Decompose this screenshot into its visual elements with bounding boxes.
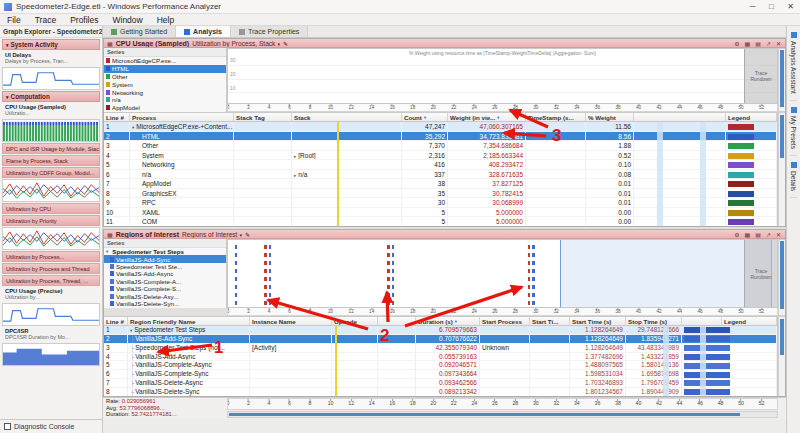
horizontal-scrollbar[interactable]	[227, 411, 778, 418]
explorer-graph-utilization-by-process-thread[interactable]: Utilization by Process, Thread, ...	[2, 275, 100, 286]
column-instance-name[interactable]: Instance Name	[250, 317, 332, 325]
graph-view-icon[interactable]: ▦	[744, 231, 752, 238]
explorer-thumbnail[interactable]	[2, 119, 100, 142]
column-duration-s[interactable]: Duration (s)▼	[416, 317, 480, 325]
right-tab-details[interactable]: Details	[790, 156, 797, 198]
series-other[interactable]: Other	[104, 73, 226, 81]
series-n-a[interactable]: n/a	[104, 96, 226, 104]
explorer-graph-ui-delays[interactable]: UI DelaysDelays by Process, Tran...	[2, 51, 100, 66]
cpu-preset-dropdown[interactable]: Utilization by Process, Stack▾	[192, 40, 280, 47]
cpu-table-row-6[interactable]: 6n/a▸n/a337328.6716350.08	[104, 170, 777, 180]
cpu-panel-header[interactable]: ▦ CPU Usage (Sampled) Utilization by Pro…	[103, 38, 786, 48]
graph-explorer-title-bar[interactable]: Graph Explorer - Speedometer2...	[0, 26, 102, 38]
roi-table-row-8[interactable]: 8├VanillaJS-Delete-Sync0.0892133421.8012…	[104, 388, 777, 397]
roi-table-row-4[interactable]: 4├VanillaJS-Add-Async0.0557391631.377482…	[104, 353, 777, 362]
tab-analysis[interactable]: Analysis	[176, 26, 231, 37]
series-vanillajs-add-async[interactable]: VanillaJS-Add-Async	[104, 270, 226, 277]
column-blank[interactable]	[682, 317, 722, 325]
series-microsoftedgecp-exe[interactable]: MicrosoftEdgeCP.exe...	[104, 57, 226, 65]
column-timestamp-s[interactable]: TimeStamp (s...	[526, 113, 586, 121]
right-tab-my-presets[interactable]: My Presets	[790, 101, 797, 156]
column-line[interactable]: Line #	[104, 113, 130, 121]
series-vanillajs-add-sync[interactable]: VanillaJS-Add-Sync	[104, 255, 226, 262]
column-weight[interactable]: % Weight	[586, 113, 634, 121]
column-start-time-s[interactable]: Start Time (s)	[570, 317, 626, 325]
timeline-ruler[interactable]: 0246810121416182022242628303234363840424…	[227, 398, 778, 410]
roi-chart-scrollbar[interactable]	[778, 239, 786, 316]
scrollbar-thumb[interactable]	[780, 241, 784, 309]
menu-window[interactable]: Window	[105, 14, 149, 25]
time-selection-band[interactable]	[560, 240, 772, 307]
scrollbar-thumb[interactable]	[229, 413, 740, 416]
scrollbar-thumb[interactable]	[780, 50, 784, 107]
explorer-thumbnail[interactable]	[2, 179, 100, 202]
series-speedometer-test-steps[interactable]: ▾Speedometer Test Steps	[104, 248, 226, 255]
menu-profiles[interactable]: Profiles	[63, 14, 105, 25]
explorer-section-system-activity[interactable]: ▾System Activity	[2, 39, 100, 50]
graph-view-icon[interactable]: ▦	[744, 40, 752, 47]
column-stop-time-s[interactable]: Stop Time (s)	[626, 317, 682, 325]
explorer-graph-utilization-by-process[interactable]: Utilization by Process...	[2, 251, 100, 262]
menu-file[interactable]: File	[0, 14, 28, 25]
series-system[interactable]: System	[104, 80, 226, 88]
explorer-graph-dpc-and-isr-usage-by-module-stack[interactable]: DPC and ISR Usage by Module, Stack	[2, 143, 100, 154]
popout-icon[interactable]: ↗	[765, 40, 772, 47]
series-vanillajs-delete-asy[interactable]: VanillaJS-Delete-Asy...	[104, 292, 226, 299]
explorer-thumbnail[interactable]	[2, 227, 100, 250]
cpu-table-row-1[interactable]: 1▾MicrosoftEdgeCP.exe-+Content...47,2474…	[104, 122, 777, 132]
roi-table-row-3[interactable]: 3├Speedometer Test Steps (not...[Activit…	[104, 344, 777, 353]
column-stack[interactable]: Stack	[292, 113, 402, 121]
panel-settings-icon[interactable]: ⚙	[733, 40, 740, 47]
roi-table-row-2[interactable]: 2├VanillaJS-Add-Sync0.7076766221.1282646…	[104, 335, 777, 344]
cpu-table-row-2[interactable]: 2HTML35,29234,723.8334818.56	[104, 132, 777, 142]
explorer-graph-dpc-isr[interactable]: DPC/ISRDPC/ISR Duration by Mo...	[2, 327, 100, 342]
column-line[interactable]: Line #	[104, 317, 128, 325]
cpu-table-row-3[interactable]: 3Other7,3707,354.6866841.88	[104, 141, 777, 151]
tab-trace-properties[interactable]: Trace Properties	[231, 26, 308, 37]
cpu-table-row-7[interactable]: 7AppModel3837.8271250.01	[104, 179, 777, 189]
column-stack-tag[interactable]: Stack Tag	[234, 113, 292, 121]
roi-table-row-6[interactable]: 6├VanillaJS-Complete-Sync0.0973436641.59…	[104, 370, 777, 379]
column-legend[interactable]: Legend	[726, 113, 777, 121]
cpu-table-row-5[interactable]: 5Networking416408.2934720.10	[104, 160, 777, 170]
cpu-table-scrollbar[interactable]	[778, 112, 786, 227]
edit-preset-icon[interactable]: ✎	[283, 40, 288, 47]
popout-icon[interactable]: ↗	[765, 231, 772, 238]
table-view-icon[interactable]: ▤	[754, 40, 762, 47]
explorer-graph-flame-by-process-stack[interactable]: Flame by Process, Stack	[2, 155, 100, 166]
diagnostic-console-tab[interactable]: Diagnostic Console	[0, 419, 103, 433]
column-weight-in-vie[interactable]: Weight (in vie...▼	[448, 113, 526, 121]
roi-panel-header[interactable]: ▦ Regions of Interest Regions of Interes…	[103, 229, 786, 239]
column-start-ti[interactable]: Start Ti...	[530, 317, 570, 325]
explorer-graph-utilization-by-process-and-thread[interactable]: Utilization by Process and Thread	[2, 263, 100, 274]
maximize-button[interactable]: □	[762, 0, 781, 13]
explorer-thumbnail[interactable]	[2, 303, 100, 326]
series-html[interactable]: HTML	[104, 65, 226, 73]
cpu-table-row-9[interactable]: 9RPC3030.0689990.01	[104, 198, 777, 208]
close-button[interactable]: ✕	[781, 0, 800, 13]
column-blank[interactable]	[378, 317, 416, 325]
edit-preset-icon[interactable]: ✎	[245, 231, 250, 238]
explorer-section-computation[interactable]: ▾Computation	[2, 91, 100, 102]
explorer-graph-cpu-usage-precise[interactable]: CPU Usage (Precise)Utilization by...	[2, 287, 100, 302]
tab-getting-started[interactable]: Getting Started	[103, 26, 176, 37]
roi-table-row-5[interactable]: 5├VanillaJS-Complete-Async0.0920465711.4…	[104, 361, 777, 370]
series-speedometer-test-ste[interactable]: Speedometer Test Ste...	[104, 263, 226, 270]
cpu-table-row-10[interactable]: 10XAML55.0000000.00	[104, 208, 777, 218]
close-panel-icon[interactable]: ✕	[775, 231, 782, 238]
close-panel-icon[interactable]: ✕	[775, 40, 782, 47]
minimize-button[interactable]: ─	[743, 0, 762, 13]
column-process[interactable]: Process	[130, 113, 234, 121]
column-legend[interactable]: Legend	[722, 317, 777, 325]
roi-preset-dropdown[interactable]: Regions of Interest▾	[182, 231, 242, 238]
scrollbar-thumb[interactable]	[780, 319, 784, 355]
explorer-graph-utilization-by-cpu[interactable]: Utilization by CPU	[2, 203, 100, 214]
roi-table-row-1[interactable]: 1▾Speedometer Test Steps6.7095796631.128…	[104, 326, 777, 335]
column-blank[interactable]	[634, 113, 726, 121]
right-tab-analysis-assistant[interactable]: Analysis Assistant	[790, 26, 797, 101]
explorer-thumbnail[interactable]	[2, 67, 100, 90]
table-view-icon[interactable]: ▤	[754, 231, 762, 238]
explorer-graph-utilization-by-cdff-group-modul[interactable]: Utilization by CDFF Group, Modul...	[2, 167, 100, 178]
menu-help[interactable]: Help	[150, 14, 181, 25]
column-start-process[interactable]: Start Process	[480, 317, 530, 325]
